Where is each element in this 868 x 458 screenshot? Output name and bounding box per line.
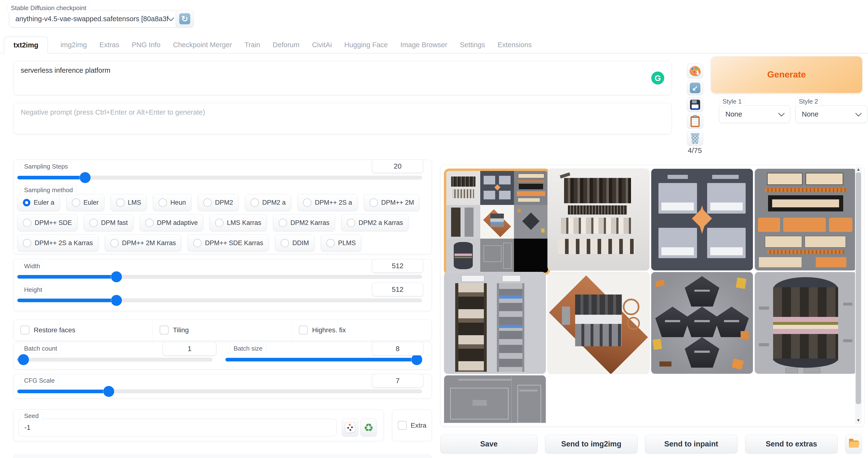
radio-dpm2-a-karras[interactable]: DPM2 a Karras	[341, 214, 409, 231]
sampling-steps-input[interactable]: 20	[372, 159, 423, 173]
tab-png-info[interactable]: PNG Info	[132, 37, 160, 53]
radio-dpm-fast[interactable]: DPM fast	[84, 214, 133, 231]
checkpoint-label: Stable Diffusion checkpoint	[7, 3, 90, 13]
gallery-thumbnail-cylinder[interactable]	[754, 272, 857, 374]
tiling-option[interactable]: Tiling	[160, 326, 189, 334]
width-input[interactable]: 512	[372, 259, 423, 273]
restore-faces-checkbox[interactable]	[21, 326, 29, 334]
radio-dpmpp-2m[interactable]: DPM++ 2M	[364, 194, 420, 211]
radio-dpm2-karras[interactable]: DPM2 Karras	[273, 214, 335, 231]
tab-settings[interactable]: Settings	[460, 37, 485, 53]
tiling-checkbox[interactable]	[160, 326, 168, 334]
send-to-img2img-button[interactable]: Send to img2img	[545, 435, 638, 453]
tab-civitai[interactable]: CivitAi	[312, 37, 332, 53]
batch-count-slider[interactable]	[17, 354, 212, 365]
radio-ddim[interactable]: DDIM	[275, 235, 314, 251]
width-slider[interactable]	[17, 271, 422, 282]
thumbnail-art	[444, 375, 546, 423]
send-to-inpaint-button[interactable]: Send to inpaint	[645, 435, 738, 453]
gallery-thumbnail-isometric[interactable]	[548, 272, 650, 374]
batch-size-slider[interactable]	[225, 354, 422, 365]
height-input[interactable]: 512	[372, 283, 423, 296]
refresh-checkpoint-button[interactable]: ↻	[176, 10, 194, 28]
stable-diffusion-webui: Stable Diffusion checkpoint anything-v4.…	[0, 0, 868, 458]
save-button[interactable]: Save	[440, 435, 537, 453]
gallery-thumbnail-montage[interactable]	[444, 169, 550, 275]
radio-dpm2-a[interactable]: DPM2 a	[245, 194, 291, 211]
highres-fix-option[interactable]: Highres. fix	[299, 326, 346, 334]
send-to-extras-button[interactable]: Send to extras	[745, 435, 838, 453]
restore-faces-option[interactable]: Restore faces	[21, 326, 75, 334]
radio-dpmpp-sde-karras[interactable]: DPM++ SDE Karras	[188, 235, 269, 251]
paste-button[interactable]	[687, 114, 703, 129]
thumbnail-art	[651, 272, 753, 374]
sampling-steps-slider[interactable]	[17, 172, 422, 183]
script-section-partial	[13, 455, 432, 458]
thumbnail-art	[548, 272, 649, 374]
negative-prompt-input[interactable]	[13, 103, 672, 134]
height-slider[interactable]	[17, 295, 422, 305]
batch-count-input[interactable]: 1	[163, 342, 216, 356]
tab-txt2img[interactable]: txt2img	[4, 37, 48, 54]
generate-button[interactable]: Generate	[711, 56, 862, 93]
tab-deforum[interactable]: Deforum	[273, 37, 299, 53]
gallery-thumbnail-building[interactable]	[548, 169, 650, 271]
tab-img2img[interactable]: img2img	[60, 37, 87, 53]
batch-size-input[interactable]: 8	[372, 342, 423, 356]
save-style-button[interactable]	[687, 97, 703, 112]
gallery-thumbnail-wireframe[interactable]	[444, 375, 546, 423]
scroll-up-icon[interactable]: ▲	[855, 167, 862, 172]
gallery-thumbnail-flowchart[interactable]	[754, 169, 857, 271]
radio-lms-karras[interactable]: LMS Karras	[210, 214, 267, 231]
radio-plms[interactable]: PLMS	[321, 235, 362, 251]
reuse-seed-button[interactable]: ♻	[360, 419, 377, 437]
sampling-steps-label: Sampling Steps	[21, 162, 71, 171]
gallery-thumbnail-slide[interactable]	[651, 169, 753, 271]
prompt-input[interactable]: serverless inference platform	[13, 61, 672, 95]
radio-dpm2[interactable]: DPM2	[198, 194, 239, 211]
random-seed-button[interactable]	[342, 419, 359, 437]
radio-dpm-adaptive[interactable]: DPM adaptive	[140, 214, 204, 231]
radio-dpmpp-2m-karras[interactable]: DPM++ 2M Karras	[105, 235, 182, 251]
gallery-thumbnail-racks[interactable]	[444, 272, 546, 374]
trash-icon	[690, 133, 700, 144]
extra-seed-option[interactable]: Extra	[398, 421, 426, 430]
thumbnail-art	[548, 169, 649, 270]
tab-hugging-face[interactable]: Hugging Face	[344, 37, 388, 53]
radio-dpmpp-2s-a[interactable]: DPM++ 2S a	[298, 194, 358, 211]
batch-size-label: Batch size	[230, 344, 266, 353]
extra-seed-checkbox[interactable]	[398, 421, 407, 430]
open-folder-button[interactable]	[845, 435, 862, 453]
grammarly-icon: G	[651, 71, 664, 85]
read-generation-params-button[interactable]: ↙	[687, 81, 703, 95]
highres-fix-checkbox[interactable]	[299, 326, 308, 334]
cfg-scale-slider[interactable]	[17, 386, 422, 396]
radio-euler[interactable]: Euler	[66, 194, 104, 211]
sampling-method-label: Sampling method	[21, 185, 76, 195]
scroll-down-icon[interactable]: ▼	[855, 418, 862, 423]
radio-euler-a[interactable]: Euler a	[17, 194, 60, 211]
radio-lms[interactable]: LMS	[111, 194, 147, 211]
tab-extensions[interactable]: Extensions	[498, 37, 532, 53]
radio-selected-icon	[23, 199, 30, 206]
clipboard-icon	[690, 116, 700, 127]
clear-prompt-button[interactable]	[687, 131, 703, 146]
radio-dpmpp-sde[interactable]: DPM++ SDE	[17, 214, 78, 231]
radio-heun[interactable]: Heun	[153, 194, 191, 211]
cfg-scale-input[interactable]: 7	[372, 374, 423, 388]
tab-train[interactable]: Train	[244, 37, 260, 53]
gallery-thumbnail-pentagons[interactable]	[651, 272, 753, 374]
tab-extras[interactable]: Extras	[99, 37, 119, 53]
style-apply-button[interactable]	[687, 64, 703, 79]
seed-input[interactable]: -1	[18, 419, 337, 436]
style1-select[interactable]: None	[719, 105, 790, 123]
gallery-scrollbar-thumb[interactable]	[856, 173, 861, 404]
tab-image-browser[interactable]: Image Browser	[400, 37, 447, 53]
chevron-down-icon	[855, 110, 862, 117]
style2-select[interactable]: None	[795, 105, 867, 123]
radio-dpmpp-2s-a-karras[interactable]: DPM++ 2S a Karras	[17, 235, 98, 251]
thumbnail-art	[651, 169, 753, 270]
seed-label: Seed	[21, 411, 42, 421]
options-panel	[13, 319, 432, 341]
tab-checkpoint-merger[interactable]: Checkpoint Merger	[173, 37, 232, 53]
